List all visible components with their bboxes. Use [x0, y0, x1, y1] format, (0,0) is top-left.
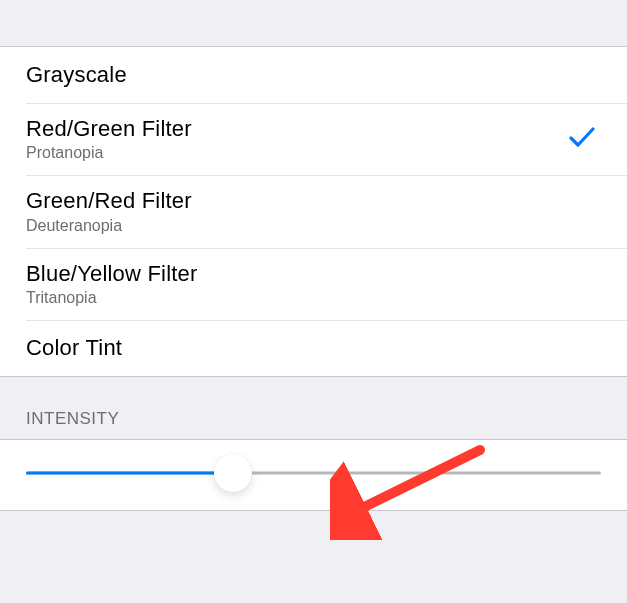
filter-label-grayscale: Grayscale [26, 61, 127, 89]
filter-row-red-green[interactable]: Red/Green Filter Protanopia [0, 103, 627, 175]
filter-sub-green-red: Deuteranopia [26, 217, 192, 235]
top-spacer [0, 0, 627, 46]
filter-label-blue-yellow: Blue/Yellow Filter [26, 261, 198, 287]
filter-sub-red-green: Protanopia [26, 144, 192, 162]
checkmark-icon [569, 126, 595, 152]
slider-track-fill [26, 472, 233, 475]
slider-thumb[interactable] [214, 454, 252, 492]
filter-row-blue-yellow[interactable]: Blue/Yellow Filter Tritanopia [0, 248, 627, 320]
intensity-header: INTENSITY [0, 377, 627, 439]
filter-row-color-tint[interactable]: Color Tint [0, 320, 627, 376]
intensity-slider-container [0, 439, 627, 511]
filter-list: Grayscale Red/Green Filter Protanopia Gr… [0, 46, 627, 377]
filter-label-green-red: Green/Red Filter [26, 188, 192, 214]
filter-row-green-red[interactable]: Green/Red Filter Deuteranopia [0, 175, 627, 247]
filter-sub-blue-yellow: Tritanopia [26, 289, 198, 307]
intensity-slider[interactable] [26, 458, 601, 488]
filter-label-color-tint: Color Tint [26, 334, 122, 362]
filter-label-red-green: Red/Green Filter [26, 116, 192, 142]
filter-row-grayscale[interactable]: Grayscale [0, 47, 627, 103]
